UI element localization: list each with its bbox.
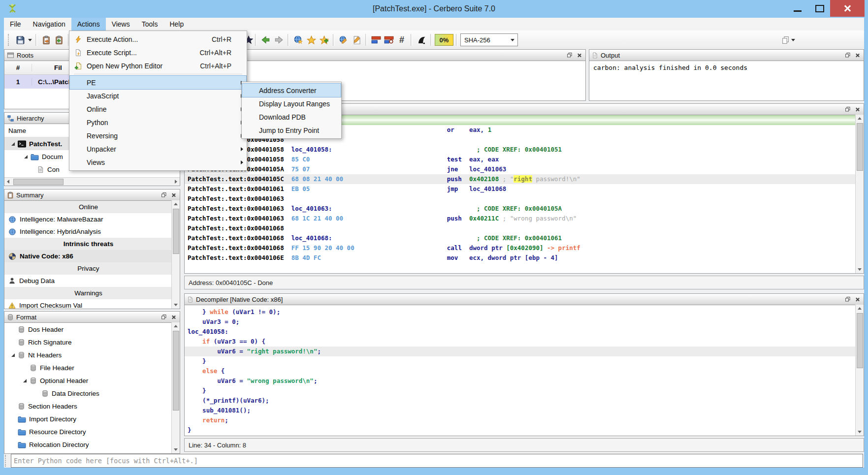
bookmark-button[interactable]	[305, 33, 318, 46]
summary-item[interactable]: Debug Data	[4, 275, 172, 287]
forward-button[interactable]	[272, 33, 285, 46]
format-tree-row[interactable]: Import Directory	[4, 412, 172, 425]
menu-item-unpacker[interactable]: Unpacker	[70, 142, 246, 156]
add-bookmark-button[interactable]	[318, 33, 330, 46]
float-panel-button[interactable]	[160, 191, 167, 199]
notes-button[interactable]	[350, 33, 363, 46]
summary-section-privacy[interactable]: Privacy	[4, 262, 172, 275]
code-line[interactable]: else {	[188, 366, 864, 376]
code-line[interactable]: sub_401081();	[188, 406, 864, 415]
hash-algorithm-select[interactable]: SHA-256	[460, 33, 518, 46]
float-panel-button[interactable]	[844, 52, 851, 59]
menu-file[interactable]: File	[4, 18, 27, 31]
web-notes-button[interactable]	[337, 33, 350, 46]
float-panel-button[interactable]	[844, 296, 851, 303]
scroll-up-arrow[interactable]	[172, 200, 180, 208]
expander-icon[interactable]	[11, 142, 15, 146]
vertical-scrollbar[interactable]	[171, 322, 180, 453]
code-line[interactable]: }	[188, 386, 864, 396]
scrollbar-thumb[interactable]	[857, 123, 863, 171]
format-tree-row[interactable]: Resource Directory	[4, 425, 172, 438]
carbon-button[interactable]	[415, 33, 428, 46]
scroll-down-arrow[interactable]	[856, 428, 864, 436]
format-tree-row[interactable]: Data Directories	[4, 387, 172, 400]
save-dropdown-button[interactable]	[27, 33, 33, 46]
menu-help[interactable]: Help	[163, 18, 190, 31]
format-tree-row[interactable]: Rich Signature	[4, 336, 172, 348]
code-line[interactable]: PatchTest:.text:0x00401063 loc_401063: ;…	[188, 204, 864, 214]
menu-item-open-python-editor[interactable]: Open New Python Editor Ctrl+Alt+P	[70, 59, 246, 72]
float-panel-button[interactable]	[844, 106, 851, 113]
layout-ranges-alt-button[interactable]	[383, 33, 395, 46]
horizontal-scrollbar[interactable]	[4, 177, 180, 186]
code-line[interactable]: PatchTest:.text:0x0040106E 8B 4D FC mov …	[188, 253, 864, 263]
menu-item-views[interactable]: Views	[70, 156, 246, 169]
code-line[interactable]: uVar3 = 0;	[188, 317, 864, 327]
summary-item-native-code[interactable]: Native Code: x86	[4, 250, 172, 262]
summary-section-online[interactable]: Online	[4, 201, 172, 213]
code-line[interactable]: PatchTest:.text:0x00401068 FF 15 90 20 4…	[188, 243, 864, 253]
summary-item[interactable]: Import Checksum Val	[4, 299, 172, 309]
format-panel-header[interactable]: Format	[4, 312, 180, 323]
format-tree-row[interactable]: Dos Header	[4, 323, 172, 336]
vertical-scrollbar[interactable]	[855, 305, 864, 436]
scroll-down-arrow[interactable]	[172, 301, 180, 309]
menu-actions[interactable]: Actions	[71, 18, 106, 31]
code-line[interactable]: loc_401058:	[188, 327, 864, 337]
hash-dropdown-button[interactable]	[790, 33, 797, 46]
scroll-up-arrow[interactable]	[856, 305, 864, 312]
paste-add-button[interactable]	[53, 33, 65, 46]
close-panel-button[interactable]	[854, 296, 861, 303]
scroll-down-arrow[interactable]	[172, 446, 180, 453]
format-tree-row[interactable]: Nt Headers	[4, 348, 172, 361]
code-line[interactable]: if (uVar3 == 0) {	[188, 337, 864, 347]
menu-item-pe[interactable]: PE	[70, 76, 246, 89]
submenu-item-download-pdb[interactable]: Download PDB	[242, 110, 341, 124]
scroll-right-arrow[interactable]	[172, 178, 180, 185]
output-panel-header[interactable]: Output	[589, 50, 864, 61]
back-button[interactable]	[259, 33, 272, 46]
format-tree-row[interactable]: Section Headers	[4, 400, 172, 412]
code-line[interactable]: PatchTest:.text:0x00401068 loc_401068: ;…	[188, 233, 864, 243]
save-button[interactable]	[14, 33, 27, 46]
menu-tools[interactable]: Tools	[136, 18, 164, 31]
scrollbar-thumb[interactable]	[857, 313, 863, 368]
code-line[interactable]: }	[188, 356, 864, 366]
float-panel-button[interactable]	[160, 314, 167, 321]
roots-col-num[interactable]: #	[4, 64, 32, 71]
menu-views[interactable]: Views	[106, 18, 136, 31]
format-tree-row[interactable]: Optional Header	[4, 374, 172, 387]
vertical-scrollbar[interactable]	[171, 200, 180, 309]
code-line[interactable]: PatchTest:.text:0x0040105C 68 08 21 40 0…	[185, 174, 864, 184]
submenu-item-jump-to-entry-point[interactable]: Jump to Entry Point	[242, 124, 341, 137]
expander-icon[interactable]	[23, 379, 27, 382]
format-tree-row[interactable]: File Header	[4, 361, 172, 374]
submenu-item-display-layout-ranges[interactable]: Display Layout Ranges	[242, 97, 341, 110]
menu-item-online[interactable]: Online	[70, 102, 246, 116]
menu-item-reversing[interactable]: Reversing	[70, 129, 246, 142]
menu-navigation[interactable]: Navigation	[27, 18, 71, 31]
roots-col-file[interactable]: Fil	[32, 64, 62, 71]
float-panel-button[interactable]	[566, 52, 573, 59]
code-line[interactable]: return;	[188, 415, 864, 425]
code-line[interactable]: PatchTest:.text:0x00401063 68 1C 21 40 0…	[188, 214, 864, 223]
code-line[interactable]: PatchTest:.text:0x00401058 85 C0 test ea…	[188, 155, 864, 164]
menu-item-javascript[interactable]: JavaScript	[70, 89, 246, 102]
code-line[interactable]: (*_printf)(uVar6);	[188, 396, 864, 406]
expander-icon[interactable]	[24, 155, 28, 158]
code-line[interactable]: } while (uVar1 != 0);	[188, 307, 864, 317]
expander-icon[interactable]	[11, 353, 15, 357]
summary-section-warnings[interactable]: Warnings	[4, 287, 172, 299]
scroll-up-arrow[interactable]	[856, 115, 864, 122]
code-line[interactable]: PatchTest:.text:0x00401063	[188, 194, 864, 204]
scroll-left-arrow[interactable]	[4, 178, 12, 185]
toolbar-handle[interactable]	[8, 34, 11, 46]
scroll-down-arrow[interactable]	[856, 266, 864, 273]
code-line[interactable]: PatchTest:.text:0x00401068	[188, 223, 864, 233]
web-bookmark-button[interactable]	[292, 33, 305, 46]
scrollbar-thumb[interactable]	[173, 331, 179, 411]
paste-file-button[interactable]	[40, 33, 53, 46]
code-line[interactable]: }	[188, 425, 864, 435]
summary-item[interactable]: Intelligence: HybridAnalysis	[4, 225, 172, 238]
submenu-item-address-converter[interactable]: Address Converter	[242, 84, 341, 97]
